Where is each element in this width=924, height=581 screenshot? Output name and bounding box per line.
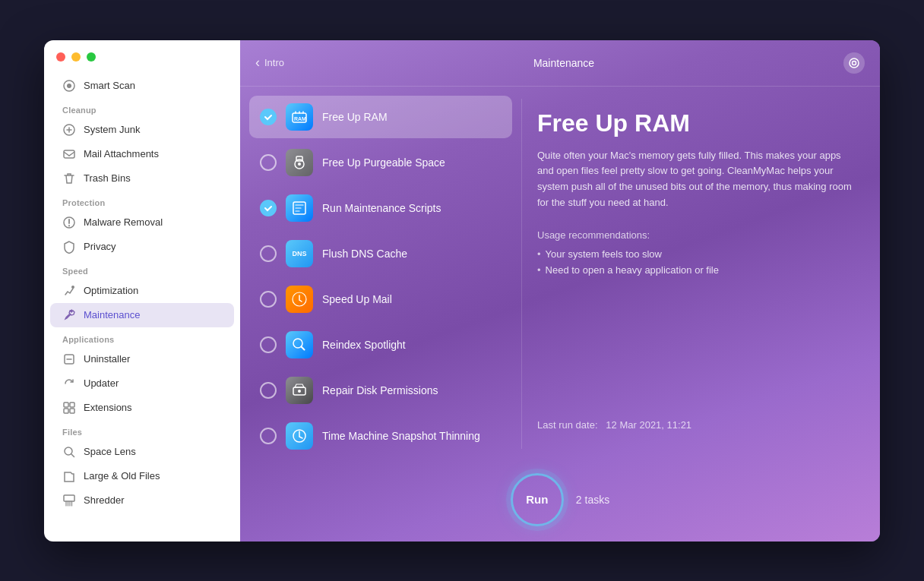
disk-permissions-icon: [286, 377, 313, 404]
main-header: ‹ Intro Maintenance: [240, 40, 880, 87]
sidebar-item-large-old-files[interactable]: Large & Old Files: [50, 464, 234, 488]
space-lens-icon: [62, 445, 76, 459]
large-old-files-label: Large & Old Files: [84, 470, 160, 482]
maintenance-scripts-icon: [286, 194, 313, 222]
large-old-files-icon: [62, 469, 76, 483]
updater-label: Updater: [84, 377, 119, 389]
task-item-dns[interactable]: DNS Flush DNS Cache: [249, 232, 512, 275]
back-label: Intro: [264, 57, 284, 68]
usage-items-list: Your system feels too slow Need to open …: [537, 248, 857, 280]
task-checkbox-spotlight[interactable]: [260, 336, 277, 353]
sidebar-item-trash-bins[interactable]: Trash Bins: [50, 166, 234, 191]
detail-panel: Free Up RAM Quite often your Mac's memor…: [522, 87, 880, 461]
svg-text:RAM: RAM: [294, 116, 306, 122]
main-content: RAM Free Up RAM Free Up: [240, 87, 880, 461]
sidebar-item-shredder[interactable]: Shredder: [50, 488, 234, 513]
extensions-icon: [62, 401, 76, 415]
purgeable-space-icon: [286, 149, 313, 176]
section-label-files: Files: [44, 420, 240, 440]
task-checkbox-purgeable[interactable]: [260, 154, 277, 171]
updater-icon: [62, 377, 76, 390]
smart-scan-icon: [62, 79, 76, 93]
task-item-spotlight[interactable]: Reindex Spotlight: [249, 324, 512, 366]
space-lens-label: Space Lens: [84, 446, 136, 457]
task-item-time-machine[interactable]: Time Machine Snapshot Thinning: [249, 415, 512, 457]
detail-description: Quite often your Mac's memory gets fully…: [537, 148, 857, 211]
sidebar-item-mail-attachments[interactable]: Mail Attachments: [50, 142, 234, 166]
usage-recommendations-label: Usage recommendations:: [537, 229, 857, 241]
svg-point-1: [67, 84, 71, 88]
sidebar-item-updater[interactable]: Updater: [50, 371, 234, 396]
run-button[interactable]: Run: [511, 473, 564, 526]
task-checkbox-dns[interactable]: [260, 245, 277, 262]
free-up-ram-icon: RAM: [286, 103, 313, 131]
section-label-protection: Protection: [44, 191, 240, 210]
task-label-maintenance-scripts: Run Maintenance Scripts: [322, 202, 441, 214]
svg-rect-8: [70, 403, 74, 407]
task-item-free-up-ram[interactable]: RAM Free Up RAM: [249, 96, 512, 138]
svg-point-14: [850, 58, 859, 68]
window-controls: [44, 52, 240, 74]
optimization-icon: [62, 284, 76, 298]
sidebar-item-space-lens[interactable]: Space Lens: [50, 440, 234, 464]
task-item-purgeable[interactable]: Free Up Purgeable Space: [249, 141, 512, 184]
svg-point-13: [853, 61, 856, 65]
svg-point-5: [71, 286, 74, 289]
task-checkbox-time-machine[interactable]: [260, 428, 277, 444]
task-checkbox-free-up-ram[interactable]: [260, 109, 277, 125]
section-label-cleanup: Cleanup: [44, 98, 240, 118]
shredder-icon: [62, 494, 76, 507]
shredder-label: Shredder: [84, 494, 124, 506]
task-item-disk-permissions[interactable]: Repair Disk Permissions: [249, 369, 512, 412]
system-junk-icon: [62, 123, 76, 137]
sidebar-item-uninstaller[interactable]: Uninstaller: [50, 347, 234, 371]
usage-item-2: Need to open a heavy application or file: [537, 264, 857, 276]
sidebar-item-optimization[interactable]: Optimization: [50, 279, 234, 303]
svg-point-19: [298, 163, 301, 166]
task-label-disk-permissions: Repair Disk Permissions: [322, 384, 438, 396]
maximize-button[interactable]: [87, 52, 96, 62]
sidebar-item-maintenance[interactable]: Maintenance: [50, 303, 234, 327]
usage-item-1: Your system feels too slow: [537, 248, 857, 260]
time-machine-icon: [286, 422, 313, 450]
task-checkbox-speed-mail[interactable]: [260, 291, 277, 308]
mail-attachments-icon: [62, 147, 76, 161]
optimization-label: Optimization: [84, 285, 138, 296]
trash-bins-icon: [62, 172, 76, 185]
header-title: Maintenance: [533, 57, 594, 69]
task-item-maintenance-scripts[interactable]: Run Maintenance Scripts: [249, 187, 512, 229]
task-checkbox-maintenance-scripts[interactable]: [260, 200, 277, 216]
sidebar-item-system-junk[interactable]: System Junk: [50, 118, 234, 142]
extensions-label: Extensions: [84, 402, 132, 413]
privacy-icon: [62, 240, 76, 254]
sidebar: Smart Scan Cleanup System Junk Mail Atta…: [44, 40, 240, 542]
close-button[interactable]: [56, 52, 65, 62]
task-label-time-machine: Time Machine Snapshot Thinning: [322, 430, 480, 442]
svg-rect-7: [64, 403, 68, 407]
svg-point-24: [298, 390, 301, 393]
uninstaller-icon: [62, 352, 76, 366]
last-run-date: 12 Mar 2021, 11:21: [606, 419, 691, 431]
sidebar-item-privacy[interactable]: Privacy: [50, 235, 234, 259]
task-label-free-up-ram: Free Up RAM: [322, 111, 388, 123]
maintenance-label: Maintenance: [84, 309, 140, 320]
back-button[interactable]: ‹ Intro: [255, 55, 284, 71]
task-label-speed-mail: Speed Up Mail: [322, 293, 392, 305]
speed-mail-icon: [286, 286, 313, 313]
last-run-label: Last run date:: [537, 419, 598, 431]
trash-bins-label: Trash Bins: [84, 172, 131, 184]
sidebar-item-extensions[interactable]: Extensions: [50, 396, 234, 420]
task-checkbox-disk-permissions[interactable]: [260, 382, 277, 399]
task-item-speed-mail[interactable]: Speed Up Mail: [249, 278, 512, 320]
app-window: Smart Scan Cleanup System Junk Mail Atta…: [44, 40, 880, 542]
header-settings-icon[interactable]: [843, 52, 865, 74]
task-list: RAM Free Up RAM Free Up: [240, 87, 521, 461]
sidebar-item-smart-scan[interactable]: Smart Scan: [50, 74, 234, 98]
svg-rect-3: [64, 150, 74, 158]
maintenance-icon: [62, 308, 76, 322]
minimize-button[interactable]: [71, 52, 81, 62]
malware-removal-icon: [62, 216, 76, 229]
sidebar-item-malware-removal[interactable]: Malware Removal: [50, 210, 234, 235]
footer: Run 2 tasks: [240, 461, 880, 542]
uninstaller-label: Uninstaller: [84, 353, 130, 365]
